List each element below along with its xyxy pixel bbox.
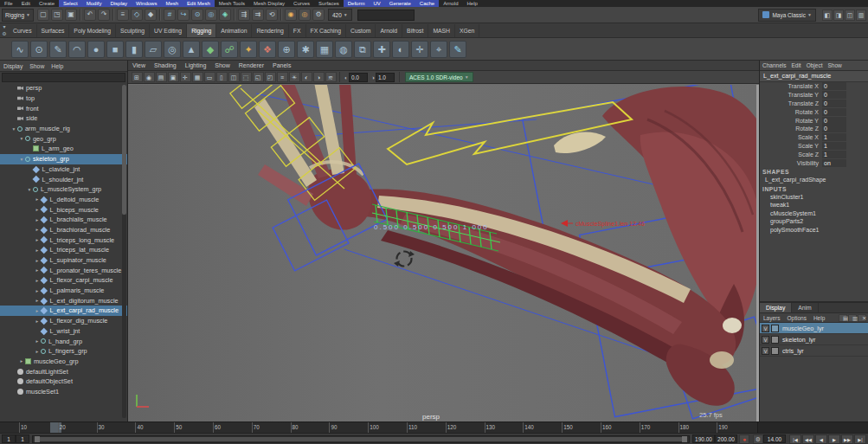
outliner-item[interactable]: side xyxy=(0,113,127,124)
menu-item[interactable]: Mesh Tools xyxy=(215,0,249,7)
expand-arrow-icon[interactable]: ▾ xyxy=(18,136,25,141)
menu-item[interactable]: Edit Mesh xyxy=(183,0,215,7)
channel-row[interactable]: Translate X 0 xyxy=(760,82,868,91)
channel-value-field[interactable]: on xyxy=(822,159,846,167)
pencil-curve-icon[interactable]: ✎ xyxy=(49,41,67,58)
playback-start-field[interactable] xyxy=(16,434,29,443)
select-camera-icon[interactable]: ⊞ xyxy=(132,72,143,82)
outliner-item[interactable]: ▸ L_flexor_carpi_muscle xyxy=(0,275,127,286)
shelf-tab[interactable]: Surfaces xyxy=(37,24,70,37)
shape-node-name[interactable]: L_ext_carpi_radShape xyxy=(760,176,868,184)
shelf-tab[interactable]: Animation xyxy=(216,24,252,37)
channel-row[interactable]: Visibility on xyxy=(760,158,868,167)
menu-item[interactable]: File xyxy=(0,0,17,7)
expand-arrow-icon[interactable]: ▸ xyxy=(34,217,41,222)
attribute-editor-toggle[interactable]: ◫ xyxy=(845,10,855,21)
step-back-button[interactable]: ◀◀ xyxy=(802,434,814,444)
current-frame-field[interactable] xyxy=(763,434,786,443)
outliner-item[interactable]: ▸ L_biceps_muscle xyxy=(0,204,127,215)
channel-box-menu-item[interactable]: Channels xyxy=(760,61,788,70)
redo-icon[interactable]: ↷ xyxy=(98,9,110,21)
gate-mask-icon[interactable]: ◫ xyxy=(228,72,240,82)
status-icon[interactable] xyxy=(159,9,161,21)
menu-item[interactable]: Edit xyxy=(17,0,35,7)
construction-history-icon[interactable]: ⟲ xyxy=(266,9,278,21)
shelf-tab[interactable]: UV Editing xyxy=(150,24,187,37)
gamma-field[interactable]: ◑ xyxy=(371,73,395,82)
menu-item[interactable]: Help xyxy=(462,0,481,7)
status-field-dropdown[interactable]: 420▼ xyxy=(328,9,352,21)
frame-tick[interactable]: 150 xyxy=(562,422,601,433)
channel-row[interactable]: Scale X 1 xyxy=(760,133,868,142)
expand-arrow-icon[interactable]: ▸ xyxy=(34,267,41,273)
input-connections-icon[interactable]: ⇶ xyxy=(238,9,250,21)
skeleton_lyr[interactable]: V skeleton_lyr xyxy=(760,334,868,345)
input-node-name[interactable]: skinCluster1 xyxy=(760,193,868,202)
go-to-end-button[interactable]: ▶| xyxy=(854,434,866,444)
frame-tick[interactable]: 10 xyxy=(19,422,58,433)
viewport-menu-item[interactable]: Show xyxy=(210,61,235,70)
input-node-name[interactable]: cMuscleSystem1 xyxy=(760,209,868,218)
layer-editor-menu-item[interactable]: Options xyxy=(784,315,810,321)
channel-value-field[interactable]: 0 xyxy=(822,91,846,99)
frame-tick[interactable]: 130 xyxy=(485,422,524,433)
new-layer-from-selected-button[interactable]: ▥ xyxy=(848,314,857,322)
range-start-handle[interactable] xyxy=(35,436,40,442)
outliner-item[interactable]: ▾ L_muscleSystem_grp xyxy=(0,184,127,195)
outliner-item[interactable]: L_arm_geo xyxy=(0,144,127,154)
channel-value-field[interactable]: 0 xyxy=(822,108,846,116)
viewport-canvas[interactable]: 0.500 0.500 0.500 1.000 cMuscleSpline1.l… xyxy=(128,85,759,421)
poly-cube-icon[interactable]: ■ xyxy=(106,41,124,58)
locator-icon[interactable]: ✛ xyxy=(411,41,428,58)
channel-box-object-name[interactable]: L_ext_carpi_rad_muscle xyxy=(760,71,868,82)
resolution-gate-icon[interactable]: ▯ xyxy=(216,72,228,82)
frame-tick[interactable]: 160 xyxy=(601,422,640,433)
menu-item[interactable]: Display xyxy=(106,0,132,7)
menu-item[interactable]: Create xyxy=(35,0,59,7)
shelf-tab[interactable]: Sculpting xyxy=(116,24,150,37)
channel-row[interactable]: Rotate Z 0 xyxy=(760,125,868,133)
modeling-toolkit-toggle[interactable]: ◧ xyxy=(822,10,833,21)
undo-icon[interactable]: ↶ xyxy=(84,9,96,21)
input-node-name[interactable]: polySmoothFace1 xyxy=(760,226,868,235)
layer-visibility-toggle[interactable]: V xyxy=(762,347,769,355)
select-object-icon[interactable]: ◇ xyxy=(131,9,143,21)
outliner-item[interactable]: top xyxy=(0,93,127,104)
exposure-input[interactable] xyxy=(349,73,368,82)
frame-tick[interactable]: 60 xyxy=(213,422,252,433)
mirror-icon[interactable]: ◐ xyxy=(392,41,409,58)
ambient-occlusion-icon[interactable]: ◑ xyxy=(313,72,325,82)
wrap-deformer-icon[interactable]: ◍ xyxy=(335,41,352,58)
open-scene-icon[interactable]: ◳ xyxy=(51,9,63,21)
expand-arrow-icon[interactable]: ▾ xyxy=(10,126,17,132)
snap-plane-icon[interactable]: ◎ xyxy=(205,9,217,21)
muscle-icon[interactable]: ❖ xyxy=(259,41,276,58)
make-live-icon[interactable]: ◈ xyxy=(219,9,231,21)
expand-arrow-icon[interactable]: ▸ xyxy=(34,237,41,242)
render-icon[interactable]: ◉ xyxy=(285,9,297,21)
outliner-item[interactable]: L_wrist_jnt xyxy=(0,326,127,337)
save-scene-icon[interactable]: ▣ xyxy=(65,9,77,21)
expand-arrow-icon[interactable]: ▸ xyxy=(34,308,41,313)
poly-sphere-icon[interactable]: ● xyxy=(87,41,105,58)
frame-tick[interactable]: 120 xyxy=(446,422,485,433)
channel-box-menu-item[interactable]: Object xyxy=(804,61,826,70)
render-settings-icon[interactable]: ⚙ xyxy=(312,9,325,21)
frame-tick[interactable]: 170 xyxy=(640,422,678,433)
output-connections-icon[interactable]: ⇉ xyxy=(252,9,264,21)
animation-preferences-icon[interactable]: ⚙ xyxy=(753,434,763,444)
status-icon[interactable] xyxy=(280,9,282,21)
menu-set-dropdown[interactable]: Rigging▼ xyxy=(2,9,34,22)
lighting-icon[interactable]: ☀ xyxy=(289,72,300,82)
shelf-tab[interactable]: XGen xyxy=(455,24,479,37)
workspace-dropdown[interactable]: Maya Classic ▼ xyxy=(758,9,816,22)
scrollbar-handle[interactable] xyxy=(122,85,126,215)
frame-tick[interactable]: 110 xyxy=(407,422,446,433)
range-slider-range[interactable] xyxy=(35,437,687,441)
outliner-menu-item[interactable]: Help xyxy=(48,61,67,71)
poly-cylinder-icon[interactable]: ▮ xyxy=(125,41,143,58)
camera-attributes-icon[interactable]: ◉ xyxy=(144,72,155,82)
shelf-tab[interactable]: Poly Modeling xyxy=(69,24,116,37)
hypershade-toggle[interactable]: ◨ xyxy=(833,10,844,21)
frame-tick[interactable]: 40 xyxy=(135,422,174,433)
